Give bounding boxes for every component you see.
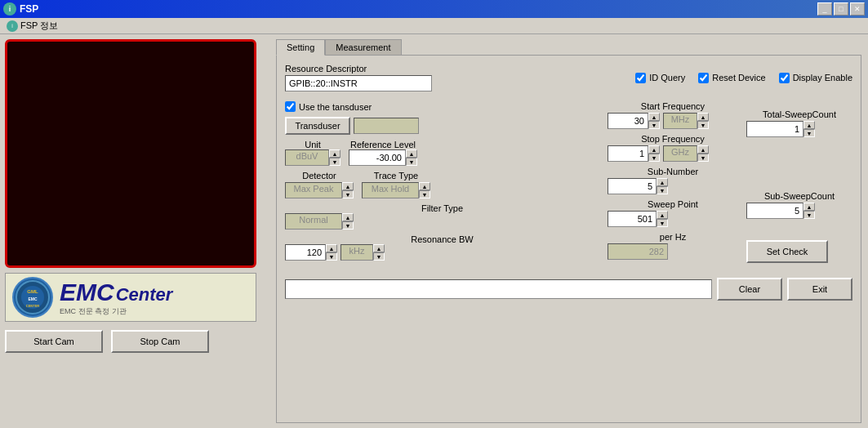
start-freq-unit-up-btn[interactable]: ▲ bbox=[697, 113, 709, 121]
trace-type-up-btn[interactable]: ▲ bbox=[419, 182, 430, 190]
menu-item-label: FSP 정보 bbox=[20, 20, 58, 32]
detector-up-btn[interactable]: ▲ bbox=[342, 182, 354, 190]
total-sweep-count-down-btn[interactable]: ▼ bbox=[803, 129, 815, 137]
sub-number-input[interactable] bbox=[608, 178, 657, 194]
stop-freq-unit-up-btn[interactable]: ▲ bbox=[697, 145, 709, 154]
logo-area: GML EMC CENTER EMC Center EMC 전문 측정 기관 bbox=[5, 273, 256, 322]
sub-sweep-count-down-btn[interactable]: ▼ bbox=[803, 211, 815, 219]
resource-group: Resource Descriptor bbox=[285, 64, 432, 91]
detector-group: Detector Max Peak ▲ ▼ bbox=[285, 171, 354, 198]
mid-section: Use the tansduser Transduser Unit dBuV bbox=[285, 101, 852, 263]
window-title: FSP bbox=[20, 3, 38, 15]
resonance-bw-up-btn[interactable]: ▲ bbox=[326, 244, 337, 252]
stop-frequency-label: Stop Frequency bbox=[608, 134, 738, 144]
total-sweep-count-up-btn[interactable]: ▲ bbox=[803, 121, 815, 129]
start-freq-up-btn[interactable]: ▲ bbox=[648, 113, 660, 121]
left-panel: GML EMC CENTER EMC Center EMC 전문 측정 기관 S… bbox=[0, 34, 269, 428]
sub-sweep-count-up-btn[interactable]: ▲ bbox=[803, 203, 815, 211]
stop-freq-unit-down-btn[interactable]: ▼ bbox=[697, 154, 709, 162]
footer: Clear Exit bbox=[285, 274, 852, 304]
stop-frequency-input[interactable] bbox=[608, 145, 648, 162]
tab-setting[interactable]: Setting bbox=[276, 39, 325, 56]
start-frequency-input[interactable] bbox=[608, 113, 648, 129]
sub-sweep-count-group: Sub-SweepCount ▲ ▼ bbox=[746, 191, 852, 219]
svg-text:CENTER: CENTER bbox=[26, 304, 40, 308]
resonance-bw-input[interactable] bbox=[285, 244, 326, 261]
resonance-bw-label: Resonance BW bbox=[285, 234, 599, 244]
resonance-bw-unit-down-btn[interactable]: ▼ bbox=[373, 252, 385, 261]
id-query-checkbox-group: ID Query bbox=[635, 73, 685, 83]
sub-sweep-count-label: Sub-SweepCount bbox=[746, 191, 852, 201]
start-cam-button[interactable]: Start Cam bbox=[5, 330, 103, 353]
reference-level-input[interactable] bbox=[349, 149, 406, 166]
total-sweep-count-input[interactable] bbox=[746, 121, 803, 137]
per-hz-label: per Hz bbox=[608, 232, 738, 242]
transducer-row: Transduser bbox=[285, 117, 599, 135]
reset-device-checkbox[interactable] bbox=[698, 73, 709, 83]
svg-text:EMC: EMC bbox=[28, 296, 38, 301]
settings-panel: Resource Descriptor ID Query Reset Devic… bbox=[276, 55, 861, 423]
transducer-checkbox-label: Use the tansduser bbox=[299, 102, 372, 112]
id-query-checkbox[interactable] bbox=[635, 73, 646, 83]
filter-type-down-btn[interactable]: ▼ bbox=[342, 221, 354, 230]
unit-group: Unit dBuV ▲ ▼ bbox=[285, 140, 341, 166]
exit-button[interactable]: Exit bbox=[787, 278, 852, 301]
sweep-point-group: Sweep Point ▲ ▼ bbox=[608, 199, 738, 227]
detector-down-btn[interactable]: ▼ bbox=[342, 190, 354, 198]
resource-descriptor-input[interactable] bbox=[285, 75, 432, 91]
stop-frequency-row: ▲ ▼ GHz ▲ ▼ bbox=[608, 145, 738, 162]
restore-button[interactable]: □ bbox=[834, 2, 848, 16]
minimize-button[interactable]: _ bbox=[817, 2, 832, 16]
unit-field: dBuV bbox=[285, 149, 329, 166]
sub-number-down-btn[interactable]: ▼ bbox=[657, 186, 668, 194]
transducer-value-input[interactable] bbox=[354, 118, 419, 134]
filter-type-up-btn[interactable]: ▲ bbox=[342, 213, 354, 221]
footer-input[interactable] bbox=[285, 279, 712, 299]
total-sweep-count-label: Total-SweepCount bbox=[746, 109, 852, 119]
menu-bar: i FSP 정보 bbox=[0, 18, 868, 34]
stop-freq-down-btn[interactable]: ▼ bbox=[648, 154, 660, 162]
sweep-point-up-btn[interactable]: ▲ bbox=[657, 211, 668, 219]
cam-buttons: Start Cam Stop Cam bbox=[5, 330, 265, 353]
trace-type-down-btn[interactable]: ▼ bbox=[419, 190, 430, 198]
stop-freq-up-btn[interactable]: ▲ bbox=[648, 145, 660, 154]
clear-button[interactable]: Clear bbox=[717, 278, 782, 301]
far-right: Total-SweepCount ▲ ▼ Sub-SweepCount bbox=[746, 101, 852, 263]
detector-field: Max Peak bbox=[285, 182, 342, 198]
resonance-bw-unit-up-btn[interactable]: ▲ bbox=[373, 244, 385, 252]
sweep-point-down-btn[interactable]: ▼ bbox=[657, 219, 668, 227]
set-check-button[interactable]: Set Check bbox=[746, 240, 828, 263]
resonance-bw-unit-field: kHz bbox=[341, 244, 373, 261]
display-enable-checkbox-group: Display Enable bbox=[779, 73, 852, 83]
filter-type-label: Filter Type bbox=[285, 203, 599, 213]
tab-measurement[interactable]: Measurement bbox=[325, 39, 401, 56]
stop-cam-button[interactable]: Stop Cam bbox=[111, 330, 209, 353]
start-freq-unit: MHz bbox=[663, 113, 697, 129]
camera-view bbox=[5, 39, 256, 268]
unit-up-btn[interactable]: ▲ bbox=[329, 149, 341, 158]
set-check-container: Set Check bbox=[746, 224, 852, 263]
info-icon: i bbox=[7, 20, 18, 32]
sub-number-label: Sub-Number bbox=[608, 167, 738, 176]
reference-level-up-btn[interactable]: ▲ bbox=[406, 149, 417, 158]
right-panel: Setting Measurement Resource Descriptor … bbox=[269, 34, 868, 428]
filter-type-group: Filter Type Normal ▲ ▼ bbox=[285, 203, 599, 230]
close-button[interactable]: ✕ bbox=[850, 2, 865, 16]
transducer-checkbox-row: Use the tansduser bbox=[285, 101, 599, 112]
unit-down-btn[interactable]: ▼ bbox=[329, 158, 341, 166]
transducer-button[interactable]: Transduser bbox=[285, 117, 350, 135]
sub-number-up-btn[interactable]: ▲ bbox=[657, 178, 668, 186]
transducer-checkbox[interactable] bbox=[285, 101, 296, 112]
start-freq-unit-down-btn[interactable]: ▼ bbox=[697, 121, 709, 129]
start-freq-down-btn[interactable]: ▼ bbox=[648, 121, 660, 129]
resonance-bw-down-btn[interactable]: ▼ bbox=[326, 252, 337, 261]
menu-item-info[interactable]: i FSP 정보 bbox=[3, 19, 61, 33]
detector-row: Detector Max Peak ▲ ▼ Trace Type bbox=[285, 171, 599, 198]
sub-sweep-count-input[interactable] bbox=[746, 203, 803, 219]
reference-level-down-btn[interactable]: ▼ bbox=[406, 158, 417, 166]
reset-device-label: Reset Device bbox=[712, 73, 765, 82]
display-enable-checkbox[interactable] bbox=[779, 73, 790, 83]
resource-row: Resource Descriptor ID Query Reset Devic… bbox=[285, 64, 852, 91]
unit-reference-row: Unit dBuV ▲ ▼ Reference Level bbox=[285, 140, 599, 166]
sweep-point-input[interactable] bbox=[608, 211, 657, 227]
